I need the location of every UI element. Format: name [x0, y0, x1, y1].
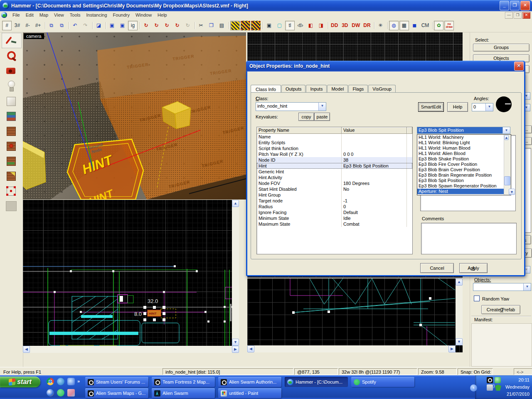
- Generic Hint[interactable]: Generic Hint: [257, 169, 412, 175]
- menu-item[interactable]: View: [51, 12, 67, 18]
- messenger-tray-icon[interactable]: [495, 377, 501, 383]
- dropdown-option[interactable]: HL1 World: Human Blood: [417, 145, 504, 151]
- path-tool-icon[interactable]: ✳: [376, 21, 385, 30]
- nodraw-toggle[interactable]: no draw: [444, 21, 454, 30]
- dropdown-option[interactable]: HL1 World: Blinking Light: [417, 140, 504, 145]
- hide-mask-icon[interactable]: [230, 21, 240, 30]
- quicklaunch-icon[interactable]: [57, 389, 64, 397]
- status-grip[interactable]: <->: [514, 368, 532, 375]
- carve-icon[interactable]: ◪: [94, 21, 103, 30]
- menu-item[interactable]: Map: [37, 12, 51, 18]
- paste-keyvalues-button[interactable]: paste: [314, 113, 330, 121]
- quicklaunch-icon[interactable]: [57, 378, 64, 385]
- Radius[interactable]: Radius 0: [257, 204, 412, 209]
- cordon-toggle[interactable]: CM: [420, 21, 431, 30]
- dropdown-option[interactable]: Ep3 Blob Fire Cover Position: [417, 162, 504, 167]
- texture-scale-lock-toggle[interactable]: ‹tl›: [296, 21, 305, 30]
- displacement-mask-icon[interactable]: ▦: [399, 21, 409, 30]
- tray-collapse-icon[interactable]: ‹: [470, 384, 477, 392]
- sphere-tool-icon[interactable]: ◍: [389, 21, 399, 30]
- menu-item[interactable]: Help: [155, 12, 170, 18]
- block-tool[interactable]: [2, 94, 21, 108]
- scroll-down-icon[interactable]: ▼: [232, 339, 239, 346]
- entity-tool[interactable]: [2, 79, 21, 93]
- viewport-3d-camera[interactable]: TRIGGER TRIGGER TRIGGER TRIGGER TRIGGER …: [23, 32, 246, 200]
- class-combo[interactable]: info_node_hint ▼: [256, 102, 326, 111]
- random-yaw-row[interactable]: Random Yaw: [474, 296, 509, 301]
- steam-tray-icon[interactable]: [487, 377, 493, 383]
- paste-icon[interactable]: ▤: [217, 21, 227, 30]
- decal-tool[interactable]: [2, 138, 21, 153]
- security-tray-icon[interactable]: [495, 384, 501, 391]
- mdi-close-button[interactable]: ✕: [522, 12, 530, 19]
- hide-selected-icon[interactable]: ↻: [162, 21, 172, 30]
- copy-icon[interactable]: ❐: [207, 21, 216, 30]
- viewport-2d-side[interactable]: ▲ ▼ ◀ ▶: [247, 278, 463, 352]
- menu-item[interactable]: Window: [133, 12, 155, 18]
- objects-combo[interactable]: ▼: [473, 283, 531, 291]
- dropdown-option[interactable]: HL1 World: Alien Blood: [417, 151, 504, 156]
- dialog-tab[interactable]: Model: [327, 85, 348, 93]
- Hint Activity[interactable]: Hint Activity: [257, 175, 412, 180]
- run-dw-icon[interactable]: DW: [350, 21, 361, 30]
- taskbar-button[interactable]: Spotify: [351, 377, 414, 387]
- grid-smaller-icon[interactable]: #-: [23, 21, 32, 30]
- cancel-button[interactable]: Cancel: [420, 263, 454, 273]
- camera-tool[interactable]: [2, 64, 21, 78]
- hide-items-icon[interactable]: [241, 21, 250, 30]
- angle-dial[interactable]: [496, 96, 512, 112]
- grid-3d-icon[interactable]: 3#: [12, 21, 22, 30]
- scroll-left-icon[interactable]: ◀: [23, 346, 30, 353]
- apply-texture-tool[interactable]: [2, 123, 21, 138]
- menu-item[interactable]: Foundry: [110, 12, 133, 18]
- magnetic-box-icon[interactable]: ▢: [275, 21, 284, 30]
- flip-vertical-icon[interactable]: ◨: [316, 21, 326, 30]
- taskbar-button[interactable]: Steam Users' Forums ...: [85, 377, 148, 387]
- chevron-down-icon[interactable]: ▼: [523, 283, 531, 291]
- grid-larger-icon[interactable]: #+: [33, 21, 43, 30]
- hint-value-combo[interactable]: Ep3 Blob Spit Position ▼: [417, 127, 510, 134]
- viewport-camera-label[interactable]: camera: [24, 33, 44, 39]
- magnify-tool[interactable]: [2, 49, 21, 63]
- Hint Group[interactable]: Hint Group: [257, 192, 412, 198]
- chevron-down-icon[interactable]: ▼: [318, 103, 326, 111]
- Node ID[interactable]: Node ID 38: [257, 157, 412, 163]
- ignore-groups-toggle[interactable]: ig: [128, 21, 138, 30]
- run-dr-icon[interactable]: DR: [362, 21, 372, 30]
- close-button[interactable]: ✕: [520, 1, 530, 10]
- scroll-left-icon[interactable]: ◀: [247, 345, 254, 352]
- dialog-tab[interactable]: Inputs: [306, 85, 327, 93]
- viewport-2d-front[interactable]: HINT 32.0 8.0 ▲ ▼: [23, 200, 239, 353]
- angles-combo[interactable]: 0 ▼: [472, 103, 493, 111]
- blue-mask-icon[interactable]: ◼: [410, 21, 419, 30]
- dropdown-option[interactable]: HL1 World: Machinery: [417, 135, 504, 140]
- hint-dropdown-list[interactable]: HL1 World: MachineryHL1 World: Blinking …: [417, 134, 511, 195]
- cut-icon[interactable]: ✂: [196, 21, 206, 30]
- quicklaunch-icon[interactable]: [67, 389, 75, 397]
- taskbar-button[interactable]: Team Fortress 2 Map...: [152, 377, 215, 387]
- header-value[interactable]: Value: [342, 127, 407, 134]
- menu-item[interactable]: Instancing: [83, 12, 110, 18]
- blank-tool[interactable]: [2, 198, 21, 213]
- hide-unselected-icon[interactable]: ↻: [172, 21, 182, 30]
- Target node[interactable]: Target node -1: [257, 198, 412, 204]
- quicklaunch-icon[interactable]: [47, 378, 54, 385]
- mdi-restore-button[interactable]: ❐: [514, 12, 522, 19]
- dialog-tab[interactable]: Outputs: [281, 85, 306, 93]
- scroll-right-icon[interactable]: ▶: [448, 345, 456, 352]
- save-window-state-icon[interactable]: ⧉: [57, 21, 66, 30]
- taskbar-button[interactable]: Alien Swarm: [152, 388, 215, 398]
- apply-button[interactable]: AApply: [459, 263, 488, 273]
- Ignore Facing[interactable]: Ignore Facing Default: [257, 209, 412, 215]
- quicklaunch-icon[interactable]: [47, 389, 54, 397]
- Entity Scripts[interactable]: Entity Scripts: [257, 140, 412, 145]
- quicklaunch-more-chevron[interactable]: »: [77, 379, 80, 384]
- menu-item[interactable]: Edit: [23, 12, 37, 18]
- viewport-side-vscrollbar[interactable]: ▲ ▼: [456, 278, 463, 345]
- Pitch Yaw Roll (Y Z X)[interactable]: Pitch Yaw Roll (Y Z X) 0 0 0: [257, 151, 412, 157]
- undo-icon[interactable]: ↶: [70, 21, 80, 30]
- scroll-right-icon[interactable]: ▶: [232, 346, 239, 353]
- overlay-tool[interactable]: [2, 153, 21, 168]
- run-3d-icon[interactable]: 3D: [340, 21, 350, 30]
- dropdown-option[interactable]: Ep3 Blob Brain Cover Position: [417, 167, 504, 172]
